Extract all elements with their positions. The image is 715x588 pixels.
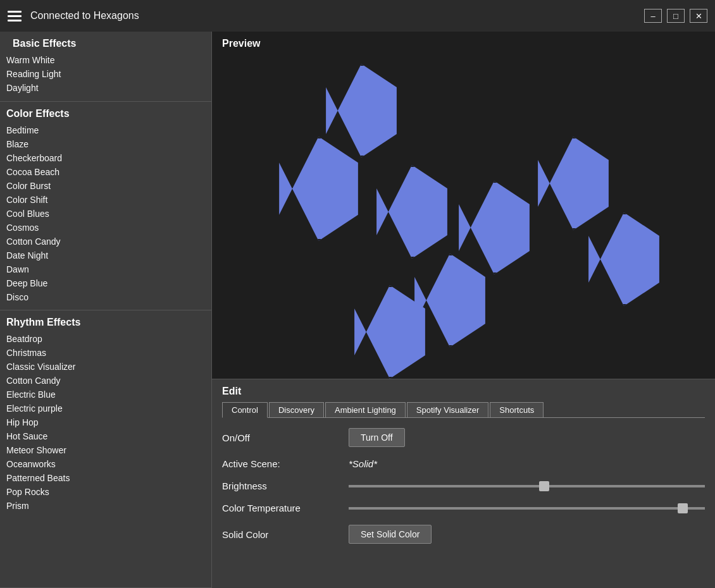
set-solid-color-button[interactable]: Set Solid Color <box>349 525 432 544</box>
onoff-row: On/Off Turn Off <box>222 428 705 447</box>
color-temp-slider[interactable] <box>349 507 705 510</box>
color-effects-section: Color Effects Bedtime Blaze Checkerboard… <box>0 102 211 310</box>
list-item[interactable]: Disco <box>0 290 211 304</box>
list-item[interactable]: Dawn <box>0 262 211 276</box>
list-item[interactable]: Electric Blue <box>0 388 211 401</box>
hexagon-5 <box>532 137 614 230</box>
list-item[interactable]: Classic Visualizer <box>0 360 211 374</box>
tab-ambient-lighting[interactable]: Ambient Lighting <box>325 402 406 417</box>
list-item[interactable]: Patterned Beats <box>0 471 211 485</box>
sidebar: Basic Effects Warm White Reading Light D… <box>0 32 212 588</box>
edit-panel: Edit Control Discovery Ambient Lighting … <box>212 379 715 588</box>
color-effects-list[interactable]: Bedtime Blaze Checkerboard Cocoa Beach C… <box>0 123 211 310</box>
maximize-button[interactable]: □ <box>667 9 685 23</box>
hexagon-6 <box>583 212 665 306</box>
right-panel: Preview Edi <box>212 32 715 588</box>
active-scene-value: *Solid* <box>349 458 377 469</box>
main-layout: Basic Effects Warm White Reading Light D… <box>0 32 715 588</box>
list-item[interactable]: Christmas <box>0 346 211 360</box>
basic-effects-title: Basic Effects <box>6 38 205 53</box>
brightness-slider-container <box>349 485 705 487</box>
list-item[interactable]: Beatdrop <box>0 332 211 346</box>
list-item[interactable]: Daylight <box>6 81 205 95</box>
edit-title: Edit <box>222 386 705 397</box>
title-bar-left: Connected to Hexagons <box>8 10 139 21</box>
list-item[interactable]: Color Burst <box>0 179 211 193</box>
list-item[interactable]: Meteor Shower <box>0 443 211 457</box>
turn-off-button[interactable]: Turn Off <box>349 428 405 447</box>
hexagon-4 <box>453 181 535 274</box>
rhythm-effects-list-container: Beatdrop Christmas Classic Visualizer Co… <box>0 332 211 587</box>
basic-effects-list: Warm White Reading Light Daylight <box>6 53 205 95</box>
list-item[interactable]: Cosmos <box>0 221 211 235</box>
list-item[interactable]: Electric purple <box>0 401 211 415</box>
active-scene-row: Active Scene: *Solid* <box>222 458 705 469</box>
basic-effects-section: Basic Effects Warm White Reading Light D… <box>0 32 211 102</box>
tabs: Control Discovery Ambient Lighting Spoti… <box>222 402 705 418</box>
list-item[interactable]: Cotton Candy <box>0 235 211 248</box>
list-item[interactable]: Hot Sauce <box>0 429 211 443</box>
solid-color-row: Solid Color Set Solid Color <box>222 525 705 544</box>
brightness-label: Brightness <box>222 481 349 491</box>
hexagon-canvas <box>222 54 705 364</box>
color-temp-label: Color Temperature <box>222 503 349 513</box>
app-title: Connected to Hexagons <box>30 10 139 21</box>
list-item[interactable]: Bedtime <box>0 123 211 137</box>
list-item[interactable]: Deep Blue <box>0 276 211 290</box>
list-item[interactable]: Date Night <box>0 248 211 262</box>
color-effects-list-container: Bedtime Blaze Checkerboard Cocoa Beach C… <box>0 123 211 310</box>
list-item[interactable]: Warm White <box>6 53 205 67</box>
window-controls: – □ ✕ <box>644 9 707 23</box>
list-item[interactable]: Cocoa Beach <box>0 165 211 179</box>
hamburger-icon[interactable] <box>8 11 22 21</box>
onoff-label: On/Off <box>222 432 349 443</box>
list-item[interactable]: Cotton Candy <box>0 374 211 388</box>
list-item[interactable]: Checkerboard <box>0 151 211 165</box>
tab-control[interactable]: Control <box>222 402 268 418</box>
list-item[interactable]: Color Shift <box>0 193 211 207</box>
list-item[interactable]: Prism <box>0 499 211 513</box>
tab-shortcuts[interactable]: Shortcuts <box>490 402 544 417</box>
brightness-slider[interactable] <box>349 485 705 487</box>
list-item[interactable]: Oceanworks <box>0 457 211 471</box>
color-temp-row: Color Temperature <box>222 503 705 513</box>
preview-title: Preview <box>222 38 705 49</box>
tab-spotify-visualizer[interactable]: Spotify Visualizer <box>407 402 488 417</box>
rhythm-effects-title: Rhythm Effects <box>0 317 211 332</box>
solid-color-label: Solid Color <box>222 529 349 540</box>
list-item[interactable]: Pop Rocks <box>0 485 211 499</box>
preview-area: Preview <box>212 32 715 379</box>
hexagon-3 <box>371 165 453 259</box>
color-temp-slider-container <box>349 507 705 510</box>
active-scene-label: Active Scene: <box>222 458 349 469</box>
list-item[interactable]: Reading Light <box>6 67 205 81</box>
brightness-row: Brightness <box>222 481 705 491</box>
hexagon-1 <box>320 64 402 157</box>
color-effects-title: Color Effects <box>0 108 211 123</box>
list-item[interactable]: Hip Hop <box>0 415 211 429</box>
close-button[interactable]: ✕ <box>690 9 707 23</box>
rhythm-effects-list[interactable]: Beatdrop Christmas Classic Visualizer Co… <box>0 332 211 587</box>
tab-discovery[interactable]: Discovery <box>269 402 324 417</box>
rhythm-effects-section: Rhythm Effects Beatdrop Christmas Classi… <box>0 310 211 588</box>
title-bar: Connected to Hexagons – □ ✕ <box>0 0 715 32</box>
hexagon-2 <box>273 137 364 241</box>
minimize-button[interactable]: – <box>644 9 662 23</box>
list-item[interactable]: Blaze <box>0 137 211 151</box>
list-item[interactable]: Cool Blues <box>0 207 211 221</box>
